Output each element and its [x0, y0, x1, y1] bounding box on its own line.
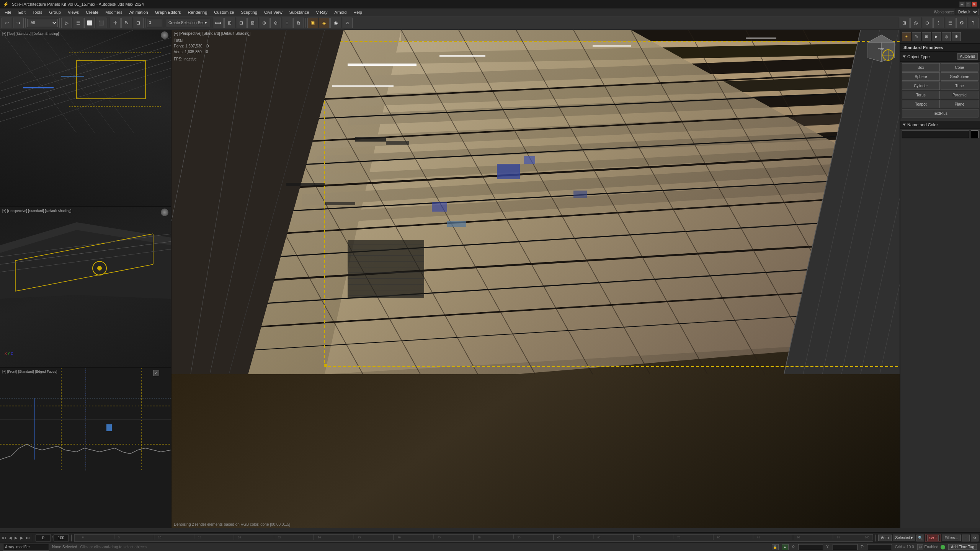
- menu-substance[interactable]: Substance: [286, 9, 312, 15]
- align-button[interactable]: ⊟: [236, 18, 247, 28]
- viewport-front[interactable]: [+] [Front] [Standard] [Edged Faces] ⤢: [0, 368, 171, 528]
- color-swatch[interactable]: [971, 130, 978, 138]
- window-controls[interactable]: ─ □ ✕: [959, 2, 977, 7]
- menu-animation[interactable]: Animation: [126, 9, 151, 15]
- viewport-perspective-small-nav-cube[interactable]: [161, 209, 168, 216]
- snap-toggle-button[interactable]: ⊕: [259, 18, 270, 28]
- x-coord-input[interactable]: [798, 544, 823, 550]
- move-button[interactable]: ✛: [110, 18, 121, 28]
- menu-help[interactable]: Help: [350, 9, 365, 15]
- menu-graph-editors[interactable]: Graph Editors: [152, 9, 184, 15]
- status-lock-btn[interactable]: 🔒: [772, 544, 779, 550]
- sphere-button[interactable]: Sphere: [902, 72, 940, 81]
- align-view-button[interactable]: ⊠: [247, 18, 258, 28]
- menu-scripting[interactable]: Scripting: [238, 9, 260, 15]
- menu-create[interactable]: Create: [83, 9, 101, 15]
- undo-button[interactable]: ↩: [2, 18, 12, 28]
- textplus-button[interactable]: TextPlus: [902, 109, 978, 117]
- toolbar-r6[interactable]: ⚙: [956, 18, 967, 28]
- object-name-input[interactable]: [902, 130, 969, 138]
- autogrid-button[interactable]: AutoGrid: [957, 53, 978, 60]
- timeline-start-btn[interactable]: ⏮: [2, 536, 7, 540]
- selected-indicator-dropdown[interactable]: Selected ▾: [893, 535, 916, 541]
- rect-select-button[interactable]: ⬜: [84, 18, 95, 28]
- viewport-front-expand[interactable]: ⤢: [153, 370, 159, 376]
- utilities-panel-icon[interactable]: ⚙: [952, 32, 961, 41]
- toolbar-r5[interactable]: ☰: [945, 18, 956, 28]
- y-coord-input[interactable]: [833, 544, 858, 550]
- toolbar-r1[interactable]: ⊞: [899, 18, 910, 28]
- current-frame-input[interactable]: [36, 535, 51, 541]
- z-coord-input[interactable]: [867, 544, 892, 550]
- viewport-top[interactable]: [+] [Top] [Standard] [Default Shading]: [0, 30, 171, 207]
- menu-edit[interactable]: Edit: [15, 9, 29, 15]
- teapot-button[interactable]: Teapot: [902, 100, 940, 108]
- timeline-track[interactable]: 0 5 10 15 20 25 30 35 40: [74, 534, 873, 542]
- motion-panel-icon[interactable]: ▶: [932, 32, 941, 41]
- select-by-name-button[interactable]: ☰: [73, 18, 83, 28]
- plane-button[interactable]: Plane: [941, 100, 978, 108]
- timeline-end-btn[interactable]: ⏭: [25, 536, 31, 540]
- minimize-button[interactable]: ─: [959, 2, 965, 7]
- rotate-button[interactable]: ↻: [121, 18, 132, 28]
- cone-button[interactable]: Cone: [941, 63, 978, 72]
- array-button[interactable]: ⊞: [224, 18, 235, 28]
- select-object-button[interactable]: ▷: [61, 18, 72, 28]
- window-crossing-button[interactable]: ⬛: [96, 18, 106, 28]
- auto-key-button[interactable]: Auto: [878, 535, 892, 541]
- geosphere-button[interactable]: GeoSphere: [941, 72, 978, 81]
- set-key-button[interactable]: Set T: [927, 535, 939, 541]
- main-viewport[interactable]: [+] [Perspective] [Standard] [Default Sh…: [172, 30, 900, 528]
- search-button[interactable]: 🔍: [916, 535, 924, 541]
- enabled-checkbox[interactable]: ☑: [917, 544, 923, 550]
- create-selection-set-button[interactable]: Create Selection Set ▾: [166, 19, 209, 27]
- maximize-button[interactable]: □: [965, 2, 971, 7]
- close-button[interactable]: ✕: [972, 2, 977, 7]
- pyramid-button[interactable]: Pyramid: [941, 91, 978, 99]
- time-config-btn[interactable]: ⚙: [971, 535, 978, 541]
- main-viewport-nav-cube[interactable]: TOP: [866, 33, 897, 64]
- mirror-button[interactable]: ⟺: [213, 18, 224, 28]
- toolbar-r3[interactable]: ⊙: [922, 18, 933, 28]
- menu-rendering[interactable]: Rendering: [185, 9, 211, 15]
- selection-filter-dropdown[interactable]: All: [27, 19, 58, 27]
- render-setup-button[interactable]: ▣: [307, 18, 318, 28]
- filters-button[interactable]: Filters...: [942, 535, 961, 541]
- menu-group[interactable]: Group: [46, 9, 64, 15]
- timeline-next-btn[interactable]: ▶: [20, 536, 24, 540]
- curve-editor-button[interactable]: ≋: [342, 18, 353, 28]
- viewport-perspective-small[interactable]: X Y Z [+] [Perspective] [Standard] [Defa…: [0, 207, 171, 368]
- tube-button[interactable]: Tube: [941, 82, 978, 90]
- toolbar-r2[interactable]: ◎: [910, 18, 921, 28]
- name-color-rollout[interactable]: Name and Color: [903, 122, 938, 127]
- toolbar-r4[interactable]: ⋮: [933, 18, 944, 28]
- object-type-rollout[interactable]: Object Type: [903, 54, 930, 59]
- menu-arnold[interactable]: Arnold: [332, 9, 350, 15]
- total-frames-input[interactable]: [54, 535, 69, 541]
- add-time-tag-button[interactable]: Add Time Tag: [948, 544, 977, 550]
- torus-button[interactable]: Torus: [902, 91, 940, 99]
- menu-vray[interactable]: V-Ray: [313, 9, 331, 15]
- modify-panel-icon[interactable]: ✎: [912, 32, 921, 41]
- menu-tools[interactable]: Tools: [29, 9, 46, 15]
- transform-value-input[interactable]: [147, 19, 162, 27]
- menu-file[interactable]: File: [2, 9, 15, 15]
- enabled-status-light[interactable]: [941, 545, 945, 549]
- angle-snap-button[interactable]: ⊘: [270, 18, 281, 28]
- workspace-dropdown[interactable]: Default: [955, 9, 978, 15]
- redo-button[interactable]: ↪: [13, 18, 24, 28]
- box-button[interactable]: Box: [902, 63, 940, 72]
- hierarchy-panel-icon[interactable]: ⊞: [922, 32, 931, 41]
- status-light-btn[interactable]: ●: [782, 544, 789, 550]
- menu-customize[interactable]: Customize: [211, 9, 237, 15]
- timeline-play-btn[interactable]: ▶: [14, 536, 18, 540]
- toolbar-r7[interactable]: ?: [968, 18, 978, 28]
- scale-button[interactable]: ⊡: [133, 18, 144, 28]
- menu-civil-view[interactable]: Civil View: [261, 9, 285, 15]
- menu-views[interactable]: Views: [65, 9, 82, 15]
- layer-manager-button[interactable]: ⧉: [293, 18, 304, 28]
- spinner-snap-button[interactable]: ≡: [282, 18, 292, 28]
- menu-modifiers[interactable]: Modifiers: [102, 9, 126, 15]
- cylinder-button[interactable]: Cylinder: [902, 82, 940, 90]
- viewport-top-nav-cube[interactable]: [161, 31, 168, 39]
